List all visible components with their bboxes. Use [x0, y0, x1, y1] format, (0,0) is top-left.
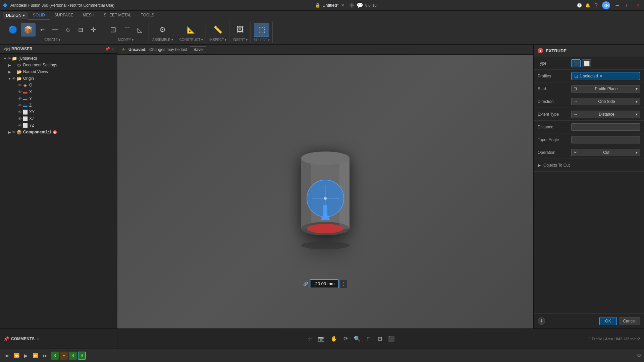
fillet-btn[interactable]: ⌒ — [121, 24, 133, 35]
direction-select[interactable]: → One Side ▾ — [571, 98, 640, 105]
yz-eye[interactable]: 👁 — [18, 123, 22, 127]
bell-icon[interactable]: 🔔 — [585, 3, 590, 8]
timeline-next-btn[interactable]: ⏩ — [31, 352, 40, 359]
cancel-btn[interactable]: Cancel — [619, 317, 640, 325]
type-label: Type — [538, 61, 571, 66]
assemble-buttons: ⚙ — [155, 23, 170, 37]
distance-input[interactable]: -20.00 mm — [571, 123, 640, 131]
objects-to-cut-row[interactable]: ▶ Objects To Cut — [534, 159, 644, 172]
tree-item-component1[interactable]: ▶ 👁 📦 Component1:1 🎯 — [0, 129, 117, 135]
design-dropdown-btn[interactable]: DESIGN ▾ — [3, 12, 28, 19]
unsaved-eye[interactable]: 👁 — [7, 56, 11, 60]
extrude-close-btn[interactable]: ● — [538, 48, 543, 53]
type-surface-btn[interactable]: ⬜ — [582, 59, 591, 67]
timeline-start-btn[interactable]: ⏮ — [3, 352, 11, 359]
title-bar-left: 🔷 Autodesk Fusion 360 (Personal - Not fo… — [3, 3, 114, 8]
tree-item-doc-settings[interactable]: ▶ 👁 ⚙ Document Settings — [0, 62, 117, 68]
type-solid-btn[interactable]: ⬛ — [571, 59, 581, 67]
ok-btn[interactable]: OK — [599, 317, 616, 325]
timeline-settings-btn[interactable]: ⚙ — [637, 352, 641, 359]
view-cube-btn[interactable]: ⬛ — [386, 334, 397, 343]
tab-tools[interactable]: TOOLS — [136, 11, 159, 19]
inspect-btn[interactable]: 📏 — [211, 23, 225, 37]
new-component-btn[interactable]: 🔵 — [5, 23, 20, 37]
info-btn[interactable]: ℹ — [538, 317, 545, 325]
select-btn[interactable]: ⬚ — [254, 23, 269, 37]
tree-item-x[interactable]: 👁 ▬ X — [0, 88, 117, 95]
revolve-btn[interactable]: ↩ — [36, 24, 48, 35]
tab-mesh[interactable]: MESH — [78, 11, 99, 19]
rib-btn[interactable]: ⊟ — [74, 24, 87, 35]
press-pull-btn[interactable]: ⊡ — [106, 23, 120, 37]
z-eye[interactable]: 👁 — [18, 103, 22, 107]
timeline-item-1[interactable]: S — [51, 352, 59, 360]
tree-item-xy[interactable]: 👁 ⬜ XY — [0, 109, 117, 115]
distance-control: -20.00 mm — [571, 123, 640, 131]
new-component-icon: 🔵 — [7, 24, 19, 36]
y-eye[interactable]: 👁 — [18, 97, 22, 101]
tree-item-unsaved[interactable]: ▼ 👁 📁 (Unsaved) — [0, 55, 117, 62]
tab-solid[interactable]: SOLID — [28, 11, 50, 19]
assemble-btn[interactable]: ⚙ — [155, 23, 170, 37]
loft-btn[interactable]: ◇ — [62, 24, 74, 35]
minimize-btn[interactable]: ─ — [613, 2, 621, 9]
close-tab-btn[interactable]: ✕ — [341, 3, 344, 8]
browser-pin-icon[interactable]: 📌 — [105, 47, 110, 51]
grid-tool-btn[interactable]: ⊹ — [306, 334, 314, 343]
tree-item-xz[interactable]: 👁 ⬜ XZ — [0, 115, 117, 122]
pan-btn[interactable]: ✋ — [329, 334, 339, 343]
maximize-btn[interactable]: □ — [624, 2, 631, 9]
distance-input-box[interactable]: -20.00 mm — [310, 279, 338, 288]
browser-tree: ▼ 👁 📁 (Unsaved) ▶ 👁 ⚙ Document Settings … — [0, 54, 117, 328]
chat-icon[interactable]: 💬 — [357, 2, 363, 8]
component1-eye[interactable]: 👁 — [12, 130, 16, 134]
tree-item-o[interactable]: 👁 ◈ O — [0, 82, 117, 88]
timeline-item-4[interactable]: S — [78, 352, 86, 360]
chamfer-btn[interactable]: ◺ — [134, 24, 146, 35]
xz-eye[interactable]: 👁 — [18, 117, 22, 121]
zoom-btn[interactable]: 🔍 — [352, 334, 363, 343]
close-btn[interactable]: × — [635, 2, 641, 9]
start-select[interactable]: ⊡ Profile Plane ▾ — [571, 85, 640, 93]
tab-surface[interactable]: SURFACE — [50, 11, 78, 19]
comments-menu-btn[interactable]: ≡ — [37, 337, 39, 341]
orbit-btn[interactable]: ⟳ — [341, 334, 350, 343]
timeline-item-2[interactable]: E — [60, 352, 68, 360]
add-tab-btn[interactable]: ➕ — [349, 3, 355, 8]
help-icon[interactable]: ❓ — [594, 3, 599, 8]
save-btn[interactable]: Save — [190, 46, 206, 53]
timeline-prev-btn[interactable]: ⏪ — [12, 352, 21, 359]
origin-eye[interactable]: 👁 — [12, 76, 16, 80]
tree-item-origin[interactable]: ▼ 👁 📂 Origin — [0, 75, 117, 82]
tab-sheet-metal[interactable]: SHEET METAL — [99, 11, 136, 19]
tree-item-named-views[interactable]: ▶ 👁 📂 Named Views — [0, 68, 117, 75]
capture-btn[interactable]: 📷 — [316, 334, 327, 343]
o-eye[interactable]: 👁 — [18, 83, 22, 87]
tree-item-yz[interactable]: 👁 ⬜ YZ — [0, 122, 117, 129]
grid-btn[interactable]: ⊞ — [376, 334, 384, 343]
xy-eye[interactable]: 👁 — [18, 110, 22, 114]
timeline-end-btn[interactable]: ⏭ — [41, 352, 49, 359]
display-settings-btn[interactable]: ⬚ — [365, 334, 374, 343]
operation-select[interactable]: ✂ Cut ▾ — [571, 149, 640, 156]
extrude-btn[interactable]: 📦 — [21, 23, 36, 37]
collapse-icon[interactable]: ◁◁ — [3, 47, 9, 51]
extent-type-select[interactable]: ↔ Distance ▾ — [571, 111, 640, 118]
taper-angle-input[interactable]: 0.0 deg — [571, 136, 640, 143]
timeline-play-btn[interactable]: ▶ — [22, 352, 30, 359]
profiles-selected[interactable]: ⊡ 1 selected ✕ — [571, 72, 640, 80]
create-group: 🔵 📦 ↩ 〰 ◇ ⊟ ✛ — [3, 21, 102, 43]
tree-item-z[interactable]: 👁 ▬ Z — [0, 102, 117, 109]
insert-btn[interactable]: 🖼 — [233, 23, 248, 37]
tree-item-y[interactable]: 👁 ▬ Y — [0, 95, 117, 102]
comments-plus-btn[interactable]: 📌 — [3, 336, 9, 342]
timeline-item-3[interactable]: S — [69, 352, 77, 360]
construct-btn[interactable]: 📐 — [184, 23, 199, 37]
move-btn[interactable]: ✛ — [87, 24, 99, 35]
x-eye[interactable]: 👁 — [18, 90, 22, 94]
sweep-btn[interactable]: 〰 — [49, 24, 61, 35]
browser-menu-icon[interactable]: ≡ — [111, 47, 114, 51]
profiles-clear-btn[interactable]: ✕ — [599, 74, 603, 78]
distance-menu-btn[interactable]: ⋮ — [340, 280, 347, 288]
viewport-canvas[interactable]: 🔗 -20.00 mm ⋮ — [117, 55, 533, 328]
